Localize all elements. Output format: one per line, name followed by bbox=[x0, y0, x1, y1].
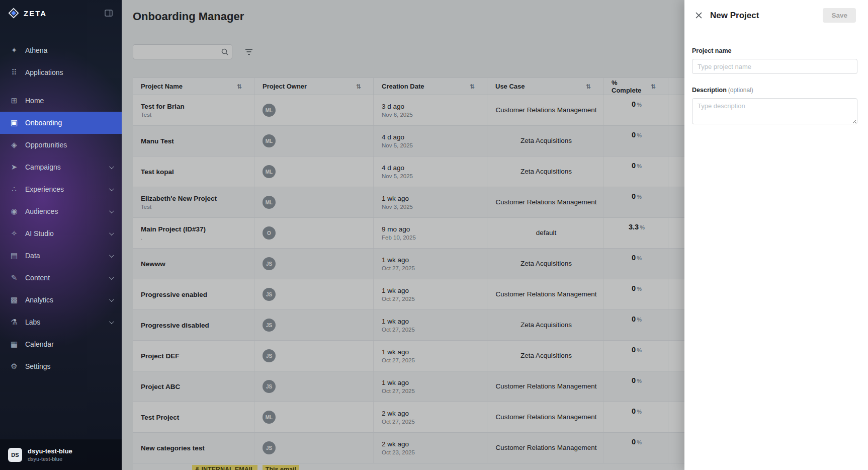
sidebar-item-labs[interactable]: ⚗ Labs bbox=[0, 311, 122, 333]
sidebar-item-experiences[interactable]: ∴ Experiences bbox=[0, 178, 122, 200]
sidebar-item-analytics[interactable]: ▩ Analytics bbox=[0, 289, 122, 311]
sidebar-item-label: Opportunities bbox=[25, 141, 67, 149]
chevron-down-icon bbox=[109, 164, 114, 169]
labs-icon: ⚗ bbox=[9, 318, 19, 327]
chevron-down-icon bbox=[109, 230, 114, 236]
chevron-down-icon bbox=[109, 275, 114, 280]
sidebar-item-audiences[interactable]: ◉ Audiences bbox=[0, 200, 122, 222]
chevron-down-icon bbox=[109, 186, 114, 191]
sidebar-item-label: AI Studio bbox=[25, 229, 54, 238]
sidebar-item-label: Audiences bbox=[25, 207, 58, 215]
sidebar-item-onboarding[interactable]: ▣ Onboarding bbox=[0, 112, 122, 134]
sidebar-item-ai-studio[interactable]: ✧ AI Studio bbox=[0, 222, 122, 245]
panel-collapse-icon bbox=[105, 10, 113, 17]
save-button[interactable]: Save bbox=[823, 8, 856, 23]
onboarding-icon: ▣ bbox=[9, 118, 19, 127]
content-icon: ✎ bbox=[9, 273, 19, 282]
campaigns-icon: ➤ bbox=[9, 163, 19, 172]
user-name: dsyu-test-blue bbox=[28, 447, 72, 455]
project-name-label: Project name bbox=[692, 47, 732, 54]
sidebar-logo-row: ZETA bbox=[0, 0, 122, 26]
sidebar-item-label: Content bbox=[25, 274, 50, 282]
project-name-input[interactable] bbox=[692, 59, 857, 74]
sidebar-item-calendar[interactable]: ▦ Calendar bbox=[0, 333, 122, 355]
calendar-icon: ▦ bbox=[9, 340, 19, 349]
modal-overlay[interactable] bbox=[122, 0, 684, 470]
chevron-down-icon bbox=[109, 319, 114, 324]
close-icon bbox=[695, 12, 703, 19]
chevron-down-icon bbox=[109, 297, 114, 302]
analytics-icon: ▩ bbox=[9, 295, 19, 304]
sidebar-item-label: Campaigns bbox=[25, 163, 61, 171]
opportunities-icon: ◈ bbox=[9, 140, 19, 149]
sidebar-item-label: Settings bbox=[25, 362, 51, 370]
settings-icon: ⚙ bbox=[9, 362, 19, 371]
sidebar-collapse-button[interactable] bbox=[104, 9, 114, 18]
sidebar-item-label: Applications bbox=[25, 68, 63, 76]
sidebar-item-content[interactable]: ✎ Content bbox=[0, 267, 122, 289]
athena-icon: ✦ bbox=[9, 46, 19, 55]
drawer-title: New Project bbox=[710, 11, 759, 21]
sidebar-item-label: Labs bbox=[25, 318, 40, 326]
sidebar-item-label: Analytics bbox=[25, 296, 53, 304]
chevron-down-icon bbox=[109, 208, 114, 213]
new-project-drawer: New Project Save Project name Descriptio… bbox=[684, 0, 868, 470]
sidebar-item-label: Home bbox=[25, 97, 44, 105]
sidebar-item-athena[interactable]: ✦ Athena bbox=[0, 39, 122, 61]
drawer-header: New Project Save bbox=[684, 0, 868, 23]
sidebar-item-opportunities[interactable]: ◈ Opportunities bbox=[0, 134, 122, 156]
home-icon: ⊞ bbox=[9, 96, 19, 105]
drawer-body: Project name Description(optional) bbox=[684, 23, 868, 126]
user-menu[interactable]: DS dsyu-test-blue dsyu-test-blue bbox=[0, 439, 122, 470]
project-name-field-block: Project name bbox=[692, 46, 857, 74]
zeta-logo-text: ZETA bbox=[24, 9, 47, 18]
sidebar-item-data[interactable]: ▤ Data bbox=[0, 245, 122, 267]
zeta-logo-icon bbox=[8, 8, 19, 19]
sidebar-item-home[interactable]: ⊞ Home bbox=[0, 90, 122, 112]
ai-studio-icon: ✧ bbox=[9, 229, 19, 238]
description-field-block: Description(optional) bbox=[692, 85, 857, 126]
description-optional-text: (optional) bbox=[728, 87, 753, 94]
applications-icon: ⠿ bbox=[9, 68, 19, 77]
sidebar-item-campaigns[interactable]: ➤ Campaigns bbox=[0, 156, 122, 178]
close-button[interactable] bbox=[693, 10, 704, 21]
description-label-text: Description bbox=[692, 87, 727, 94]
sidebar-nav: ✦ Athena ⠿ Applications ⊞ Home ▣ bbox=[0, 39, 122, 439]
sidebar-item-label: Data bbox=[25, 252, 40, 260]
data-icon: ▤ bbox=[9, 251, 19, 260]
user-subtitle: dsyu-test-blue bbox=[28, 456, 72, 462]
user-avatar: DS bbox=[8, 448, 22, 462]
sidebar-item-label: Onboarding bbox=[25, 119, 62, 127]
sidebar-item-settings[interactable]: ⚙ Settings bbox=[0, 355, 122, 377]
audiences-icon: ◉ bbox=[9, 207, 19, 216]
sidebar: ZETA ✦ Athena ⠿ Applications bbox=[0, 0, 122, 470]
description-label: Description(optional) bbox=[692, 87, 753, 94]
chevron-down-icon bbox=[109, 253, 114, 258]
sidebar-item-label: Experiences bbox=[25, 185, 64, 193]
sidebar-item-label: Athena bbox=[25, 46, 47, 54]
sidebar-item-label: Calendar bbox=[25, 340, 54, 348]
app-root: ZETA ✦ Athena ⠿ Applications bbox=[0, 0, 868, 470]
sidebar-item-applications[interactable]: ⠿ Applications bbox=[0, 61, 122, 84]
experiences-icon: ∴ bbox=[9, 185, 19, 194]
description-textarea[interactable] bbox=[692, 98, 857, 124]
